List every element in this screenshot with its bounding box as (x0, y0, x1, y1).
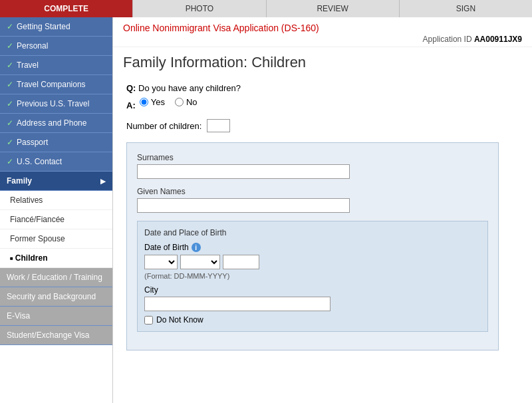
radio-yes-label[interactable]: Yes (140, 97, 165, 107)
sidebar-label-work-education: Work / Education / Training (7, 273, 102, 282)
sidebar-item-passport[interactable]: ✓ Passport (0, 133, 112, 152)
app-id: Application ID AA00911JX9 (123, 35, 522, 44)
app-id-value: AA00911JX9 (474, 35, 522, 44)
surnames-label: Surnames (137, 153, 488, 162)
check-icon: ✓ (7, 80, 13, 89)
city-label: City (144, 285, 481, 295)
given-names-label: Given Names (137, 187, 488, 196)
sidebar-label-family: Family (7, 176, 32, 186)
tab-complete[interactable]: COMPLETE (0, 0, 133, 17)
do-not-know-row: Do Not Know (144, 315, 481, 325)
given-names-input[interactable] (137, 198, 350, 213)
dob-day-select[interactable] (144, 255, 178, 269)
top-nav-bar: COMPLETE PHOTO REVIEW SIGN (0, 0, 532, 17)
question-text: Q: Do you have any children? (126, 83, 519, 93)
check-icon: ✓ (7, 118, 13, 128)
app-header: Online Nonimmigrant Visa Application (DS… (113, 17, 532, 47)
surnames-input[interactable] (137, 164, 350, 179)
dob-label-text: Date of Birth (144, 243, 189, 252)
page-title: Family Information: Children (113, 47, 532, 76)
do-not-know-label: Do Not Know (156, 315, 203, 325)
main-content: Online Nonimmigrant Visa Application (DS… (113, 17, 532, 403)
radio-no[interactable] (175, 98, 184, 106)
num-children-row: Number of children: (126, 119, 519, 132)
num-children-input[interactable] (207, 119, 230, 132)
city-group: City (144, 285, 481, 311)
tab-photo[interactable]: PHOTO (133, 0, 266, 17)
check-icon: ✓ (7, 61, 13, 70)
sidebar-label-previous-us-travel: Previous U.S. Travel (17, 99, 89, 108)
sidebar-label-travel-companions: Travel Companions (17, 80, 86, 89)
dob-year-input[interactable] (223, 255, 259, 269)
dob-month-select[interactable] (180, 255, 220, 269)
check-icon: ✓ (7, 99, 13, 108)
radio-no-label[interactable]: No (175, 97, 198, 107)
given-names-group: Given Names (137, 187, 488, 213)
city-input[interactable] (144, 297, 331, 311)
format-hint: (Format: DD-MMM-YYYY) (144, 272, 481, 280)
sidebar-label-fiance: Fiancé/Fiancée (10, 215, 65, 224)
sidebar-label-student-exchange: Student/Exchange Visa (7, 331, 90, 340)
sidebar-label-evisa: E-Visa (7, 311, 30, 321)
info-icon[interactable]: i (192, 243, 201, 252)
app-id-label: Application ID (423, 35, 472, 44)
check-icon: ✓ (7, 41, 13, 51)
radio-yes-text: Yes (151, 97, 165, 107)
question-value: Do you have any children? (138, 83, 241, 93)
sidebar-item-work-education: Work / Education / Training (0, 268, 112, 287)
radio-no-text: No (186, 97, 198, 107)
sidebar-item-travel[interactable]: ✓ Travel (0, 56, 112, 75)
sidebar-label-getting-started: Getting Started (17, 22, 70, 31)
sidebar-label-passport: Passport (17, 138, 48, 147)
dob-inputs (144, 255, 481, 269)
sidebar-item-previous-us-travel[interactable]: ✓ Previous U.S. Travel (0, 94, 112, 114)
sidebar-label-relatives: Relatives (10, 196, 43, 205)
check-icon: ✓ (7, 22, 13, 31)
tab-sign[interactable]: SIGN (400, 0, 532, 17)
sidebar-label-travel: Travel (17, 61, 39, 70)
child-form-box: Surnames Given Names Date and Place of B… (126, 142, 499, 350)
main-layout: ✓ Getting Started ✓ Personal ✓ Travel ✓ … (0, 17, 532, 403)
dob-label-row: Date of Birth i (144, 243, 481, 252)
sidebar-label-children: Children (15, 253, 48, 263)
app-title: Online Nonimmigrant Visa Application (DS… (123, 23, 522, 33)
sidebar-item-security: Security and Background (0, 287, 112, 307)
dob-section: Date and Place of Birth Date of Birth i (137, 221, 488, 332)
sidebar-item-relatives[interactable]: Relatives (0, 191, 112, 210)
sidebar-item-children[interactable]: Children (0, 249, 112, 268)
form-area: Q: Do you have any children? A: Yes No (113, 76, 532, 357)
sidebar-item-getting-started[interactable]: ✓ Getting Started (0, 17, 112, 37)
sidebar-item-address-phone[interactable]: ✓ Address and Phone (0, 114, 112, 133)
sidebar-label-personal: Personal (17, 41, 48, 51)
arrow-icon: ▶ (100, 178, 106, 185)
check-icon: ✓ (7, 138, 13, 147)
answer-row: A: Yes No (126, 97, 519, 114)
sidebar-item-travel-companions[interactable]: ✓ Travel Companions (0, 75, 112, 94)
question-block: Q: Do you have any children? A: Yes No (126, 83, 519, 132)
sidebar-label-us-contact: U.S. Contact (17, 157, 62, 166)
do-not-know-checkbox[interactable] (144, 316, 153, 325)
answer-label: A: (126, 100, 136, 110)
check-icon: ✓ (7, 157, 13, 166)
sidebar-item-evisa: E-Visa (0, 307, 112, 326)
surnames-group: Surnames (137, 153, 488, 179)
sidebar-item-us-contact[interactable]: ✓ U.S. Contact (0, 152, 112, 172)
num-children-label: Number of children: (126, 121, 201, 131)
sidebar-item-family[interactable]: Family ▶ (0, 172, 112, 191)
tab-review[interactable]: REVIEW (267, 0, 400, 17)
sidebar-item-former-spouse[interactable]: Former Spouse (0, 229, 112, 249)
sidebar-label-former-spouse: Former Spouse (10, 234, 65, 243)
sidebar-item-personal[interactable]: ✓ Personal (0, 37, 112, 56)
sidebar-item-student-exchange: Student/Exchange Visa (0, 326, 112, 345)
dob-section-title: Date and Place of Birth (144, 228, 481, 237)
radio-yes[interactable] (140, 98, 148, 106)
sidebar: ✓ Getting Started ✓ Personal ✓ Travel ✓ … (0, 17, 113, 403)
sidebar-item-fiance[interactable]: Fiancé/Fiancée (0, 210, 112, 229)
radio-group: Yes No (140, 97, 198, 107)
sidebar-label-address-phone: Address and Phone (17, 118, 86, 128)
sidebar-label-security: Security and Background (7, 292, 96, 301)
